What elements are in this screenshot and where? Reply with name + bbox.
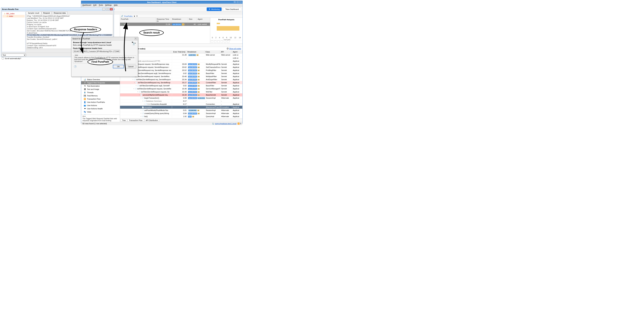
minimize-icon[interactable]: _ xyxy=(234,1,236,3)
expand-icon[interactable]: ▿ xyxy=(140,106,142,108)
dashlet-nav-item[interactable]: ⚗Test Automation xyxy=(81,84,120,88)
expand-icon[interactable]: ▿ xyxy=(140,112,142,114)
tree-row[interactable]: ▿📄doFilter(ServletRequest req, ServletRe… xyxy=(120,78,242,81)
dashlet-icon: 🔀 xyxy=(84,98,86,100)
col-purepath[interactable]: PurePath xyxy=(120,18,156,22)
expand-icon[interactable]: ▿ xyxy=(140,116,142,117)
purepaths-tab[interactable]: PurePaths xyxy=(124,15,132,17)
chart-option-icon[interactable] xyxy=(227,40,229,43)
tab-api-distribution[interactable]: API Distribution xyxy=(144,119,160,122)
col-size[interactable]: Size xyxy=(188,18,197,22)
close-tab-icon[interactable]: ✕ xyxy=(136,15,138,17)
tree-row[interactable]: ▿📄doFilter(ServletRequest request, Se16.… xyxy=(120,90,242,94)
dashlet-icon: ❤ xyxy=(84,108,86,110)
chart-option-icon[interactable] xyxy=(217,40,220,43)
dashlet-nav-item[interactable]: 🖼Text and Image xyxy=(81,88,120,91)
th-api[interactable]: API xyxy=(220,50,232,53)
close-icon[interactable]: × xyxy=(239,1,242,3)
dashlet-nav-item[interactable]: 🧵Threads xyxy=(81,91,120,94)
tree-row[interactable]: ▿📄doFilter(ServletRequest arg0, ServletF… xyxy=(120,84,242,87)
tab-transaction-flow[interactable]: Transaction Flow xyxy=(128,119,144,122)
dashlet-icon: 🖼 xyxy=(84,88,86,90)
expand-icon[interactable]: ▿ xyxy=(134,82,135,84)
dashlet-nav-item[interactable]: 🔀Transaction Flow xyxy=(81,97,120,100)
tab-sampler-result[interactable]: Sampler result xyxy=(26,12,41,14)
method-icon: 📄 xyxy=(142,109,144,111)
col-agent[interactable]: Agent xyxy=(197,18,210,22)
chart-option-icon[interactable] xyxy=(211,40,213,43)
method-icon: 📄 xyxy=(142,97,144,99)
tree-row[interactable]: ▿📄list()1.92cpu ioQueryImplHibernateAppl… xyxy=(120,115,242,118)
method-icon: 📄 xyxy=(145,103,147,105)
tree-row[interactable]: ▿📄service(HttpServletRequest req,16.33cp… xyxy=(120,94,242,96)
status-bar: 50 rows found (1 row selected) 📡 nonp-dy… xyxy=(81,122,242,125)
th-agent[interactable]: Agent xyxy=(232,50,242,53)
window-title: New Dashboard - dynaTrace Client xyxy=(147,1,176,3)
menu-help[interactable]: Help xyxy=(114,4,118,6)
chart-option-icon[interactable] xyxy=(220,40,223,43)
dashlet-nav-item[interactable]: 📊Status Overview xyxy=(81,78,120,81)
scroll-auto-label: Scroll automatically? xyxy=(5,58,21,60)
minimize-icon[interactable]: _ xyxy=(102,8,105,10)
expand-icon[interactable]: ▿ xyxy=(140,97,142,99)
scroll-auto-checkbox[interactable] xyxy=(2,57,4,60)
expand-icon[interactable]: ▿ xyxy=(144,103,145,105)
chart-option-icon[interactable] xyxy=(224,40,226,43)
maximize-icon[interactable]: □ xyxy=(106,8,109,10)
maximize-icon[interactable]: □ xyxy=(236,1,239,3)
filter-type-select[interactable]: Text xyxy=(2,54,26,56)
tree-row[interactable]: ▿📄doFilter(ServletRequest request, Servl… xyxy=(120,87,242,90)
results-tree[interactable]: ⚠001_index⚠index xyxy=(2,12,26,52)
th-breakdown[interactable]: Breakdown xyxy=(186,50,204,53)
menu-dashboard[interactable]: Dashboard xyxy=(82,4,91,6)
tree-node[interactable]: ⚠index xyxy=(2,15,24,18)
menu-tools[interactable]: Tools xyxy=(99,4,103,6)
col-response[interactable]: Response Time [m xyxy=(156,18,171,22)
col-breakdown[interactable]: Breakdown xyxy=(171,18,188,22)
errors-titlebar[interactable]: Errors Results Tree _ □ × xyxy=(1,8,114,11)
status-server-link[interactable]: nonp-dynatrace-test-1.local xyxy=(215,122,236,124)
purepaths-icon: 🔗 xyxy=(121,15,123,17)
expand-icon[interactable]: ▿ xyxy=(142,100,143,102)
expand-icon[interactable]: ▿ xyxy=(132,79,133,80)
dashlet-nav-item[interactable]: ❤User Actions Health xyxy=(81,107,120,110)
warning-icon: ⚠ xyxy=(4,12,6,15)
tree-row[interactable]: ▿📄setFlushMode(FlushMode flus0.01io (100… xyxy=(120,109,242,112)
dashboard-tab[interactable]: *New Dashboard xyxy=(223,8,241,11)
tree-row[interactable]: ▿📄doFilter(ServletRequest request, Servl… xyxy=(120,75,242,78)
expand-icon[interactable]: ▿ xyxy=(134,88,134,90)
tab-tree[interactable]: Tree xyxy=(121,119,127,122)
dashlet-nav-item[interactable]: 💾Total Memory xyxy=(81,94,120,97)
tab-request[interactable]: Request xyxy=(42,12,52,14)
tree-row[interactable]: ▿📄createQuery(String queryString0.04cpu … xyxy=(120,112,242,115)
help-icon[interactable]: ? xyxy=(74,65,76,68)
chart-option-icon[interactable] xyxy=(214,40,216,43)
tree-node[interactable]: ⚠001_index xyxy=(2,12,24,15)
tree-row[interactable]: ▿📄1 × Connection Acquisiti0.17Connection… xyxy=(120,103,242,106)
monitoring-button[interactable]: 👁 Monitoring xyxy=(207,8,222,11)
tree-row[interactable]: ▿📄doFilter(ServletRequest req, ServletRe… xyxy=(120,81,242,84)
window-titlebar[interactable]: New Dashboard - dynaTrace Client _ □ × xyxy=(81,1,242,4)
tree-row[interactable]: ▿📄beginTransaction()0.99cpu (58.0%)io (4… xyxy=(120,96,242,100)
expand-icon[interactable]: ▿ xyxy=(139,94,140,96)
menu-edit[interactable]: Edit xyxy=(94,4,96,6)
dashlet-icon: 📊 xyxy=(84,78,86,81)
expand-icon[interactable]: ▿ xyxy=(137,91,138,92)
dashlet-nav-item[interactable]: 👤User Action PurePaths xyxy=(81,100,120,104)
filter-icon[interactable]: ▼ xyxy=(134,15,135,17)
expand-icon[interactable]: ▿ xyxy=(140,110,142,111)
tree-row[interactable]: ▿📄Database Summary0.17-- xyxy=(120,100,242,103)
dashlet-nav-item[interactable]: 👣Visits xyxy=(81,110,120,114)
tree-row[interactable]: ▿📄exception-AbandonedTraceSAExceptionApp… xyxy=(120,106,242,109)
expand-icon[interactable]: ▿ xyxy=(136,85,136,86)
tab-response-data[interactable]: Response data xyxy=(52,12,68,14)
th-class[interactable]: Class xyxy=(204,50,220,53)
dashlet-nav-item[interactable]: 🏷Tagged Web Requests xyxy=(81,81,120,84)
close-icon[interactable]: × xyxy=(110,8,113,10)
dashlet-nav-item[interactable]: 👥User Actions xyxy=(81,104,120,107)
show-all-nodes-link[interactable]: Show all nodes xyxy=(229,48,241,50)
th-exec[interactable]: Exec Total [ms] xyxy=(171,50,186,53)
dashlet-icon: 💾 xyxy=(84,94,86,97)
menu-settings[interactable]: Settings xyxy=(105,4,112,6)
hotspot-title: PurePath Hotspots xyxy=(211,18,242,20)
